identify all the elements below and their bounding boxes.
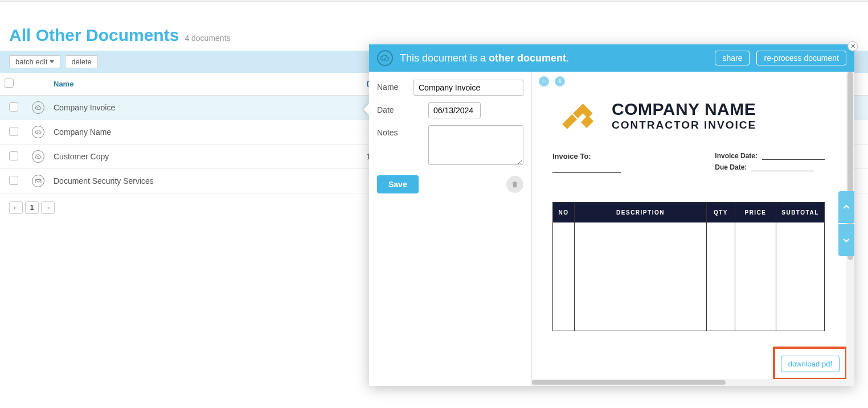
zoom-out-button[interactable]: − — [539, 76, 549, 86]
col-description: DESCRIPTION — [575, 203, 707, 222]
invoice-date-line — [762, 152, 825, 160]
row-name: Company Name — [49, 120, 362, 145]
row-checkbox[interactable] — [9, 102, 18, 112]
select-all-checkbox[interactable] — [5, 79, 14, 88]
document-panel: ✕ This document is a other document. sha… — [369, 44, 854, 386]
invoice-subtitle: CONTRACTOR INVOICE — [612, 119, 756, 131]
cloud-upload-icon — [32, 126, 44, 138]
col-subtotal: SUBTOTAL — [776, 203, 824, 222]
notes-label: Notes — [377, 125, 423, 137]
chevron-down-icon — [842, 236, 851, 245]
zoom-in-button[interactable]: + — [555, 76, 565, 86]
share-button[interactable]: share — [715, 51, 750, 65]
caret-down-icon — [50, 60, 54, 63]
pager-prev[interactable]: ← — [9, 201, 23, 214]
page-title: All Other Documents — [9, 26, 179, 45]
page-count: 4 documents — [185, 34, 230, 43]
cloud-upload-icon — [32, 150, 44, 163]
panel-suffix: . — [566, 52, 569, 64]
col-name[interactable]: Name — [49, 73, 362, 96]
download-pdf-button[interactable]: download pdf — [781, 356, 840, 372]
name-field[interactable] — [413, 80, 523, 96]
col-price: PRICE — [735, 203, 776, 222]
trash-icon — [511, 180, 519, 188]
svg-rect-0 — [35, 179, 41, 183]
row-checkbox[interactable] — [9, 176, 18, 185]
preview-hscroll[interactable] — [532, 379, 854, 386]
cloud-check-icon — [377, 50, 393, 66]
panel-prefix: This document is a — [400, 52, 489, 64]
col-qty: QTY — [707, 203, 735, 222]
download-highlight: download pdf — [773, 347, 847, 380]
row-name: Company Invoice — [49, 96, 362, 120]
notes-field[interactable] — [428, 125, 523, 165]
cloud-upload-icon — [32, 101, 44, 114]
company-logo — [552, 94, 601, 136]
panel-kind: other document — [489, 52, 566, 64]
row-name: Document Security Services — [49, 169, 362, 193]
document-preview: − + COMPANY NAME CONTRACTOR INVOICE — [532, 72, 854, 386]
prev-document-button[interactable] — [838, 191, 854, 223]
save-button[interactable]: Save — [377, 175, 419, 193]
panel-header: This document is a other document. share… — [369, 44, 854, 72]
name-label: Name — [377, 80, 408, 92]
batch-edit-label: batch edit — [15, 57, 47, 66]
pager-page[interactable]: 1 — [25, 201, 39, 214]
col-no: NO — [553, 203, 575, 222]
date-field[interactable] — [428, 102, 481, 118]
reprocess-button[interactable]: re-process document — [756, 51, 846, 65]
due-date-line — [751, 163, 814, 171]
invoice-to-label: Invoice To: — [552, 152, 621, 160]
invoice-title: COMPANY NAME — [612, 100, 756, 119]
close-icon[interactable]: ✕ — [847, 41, 858, 51]
delete-button[interactable]: delete — [65, 55, 97, 68]
invoice-date-label: Invoice Date: — [715, 152, 758, 160]
edit-form: Name Date Notes Save — [369, 72, 532, 386]
next-document-button[interactable] — [838, 224, 854, 256]
invoice-to-line — [552, 164, 621, 173]
date-label: Date — [377, 102, 423, 114]
mail-icon — [32, 175, 44, 187]
chevron-up-icon — [842, 203, 851, 212]
pager-next[interactable]: → — [41, 201, 55, 214]
row-checkbox[interactable] — [9, 151, 18, 160]
due-date-label: Due Date: — [715, 163, 747, 171]
row-name: Customer Copy — [49, 145, 362, 169]
batch-edit-button[interactable]: batch edit — [9, 55, 60, 68]
invoice-line-table: NO DESCRIPTION QTY PRICE SUBTOTAL — [552, 202, 825, 331]
trash-button[interactable] — [506, 176, 523, 193]
row-checkbox[interactable] — [9, 127, 18, 136]
